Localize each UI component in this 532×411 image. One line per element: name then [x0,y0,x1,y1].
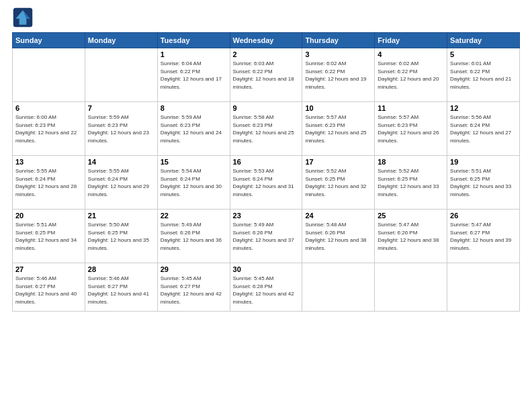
day-info: Sunrise: 5:45 AM Sunset: 6:27 PM Dayligh… [161,275,227,306]
day-cell: 22Sunrise: 5:49 AM Sunset: 6:26 PM Dayli… [157,210,230,263]
weekday-header-tuesday: Tuesday [157,33,230,48]
day-number: 5 [450,50,517,58]
day-info: Sunrise: 5:46 AM Sunset: 6:27 PM Dayligh… [15,275,82,306]
day-cell: 25Sunrise: 5:47 AM Sunset: 6:26 PM Dayli… [375,210,447,263]
day-number: 4 [378,50,444,58]
day-number: 22 [161,212,227,220]
day-cell: 17Sunrise: 5:52 AM Sunset: 6:25 PM Dayli… [302,156,375,210]
day-info: Sunrise: 5:51 AM Sunset: 6:25 PM Dayligh… [450,167,517,198]
day-info: Sunrise: 5:48 AM Sunset: 6:26 PM Dayligh… [305,221,371,252]
day-number: 12 [450,104,517,112]
day-number: 25 [378,212,444,220]
day-cell: 8Sunrise: 5:59 AM Sunset: 6:23 PM Daylig… [157,102,230,156]
weekday-header-row: SundayMondayTuesdayWednesdayThursdayFrid… [13,33,520,48]
day-number: 29 [161,265,227,273]
day-info: Sunrise: 5:52 AM Sunset: 6:25 PM Dayligh… [305,167,371,198]
page: SundayMondayTuesdayWednesdayThursdayFrid… [0,0,532,411]
day-number: 15 [161,158,227,166]
day-cell [13,48,85,102]
day-info: Sunrise: 5:51 AM Sunset: 6:25 PM Dayligh… [15,221,82,252]
weekday-header-friday: Friday [375,33,447,48]
day-cell: 7Sunrise: 5:59 AM Sunset: 6:23 PM Daylig… [85,102,157,156]
day-info: Sunrise: 5:55 AM Sunset: 6:24 PM Dayligh… [88,167,154,198]
day-number: 13 [15,158,82,166]
day-number: 3 [305,50,371,58]
day-number: 9 [233,104,300,112]
day-number: 26 [450,212,517,220]
day-number: 20 [15,212,82,220]
day-number: 7 [88,104,154,112]
weekday-header-monday: Monday [85,33,157,48]
calendar-table: SundayMondayTuesdayWednesdayThursdayFrid… [12,32,520,312]
day-cell: 19Sunrise: 5:51 AM Sunset: 6:25 PM Dayli… [447,156,520,210]
day-info: Sunrise: 5:57 AM Sunset: 6:23 PM Dayligh… [305,113,371,144]
day-number: 11 [378,104,444,112]
day-number: 6 [15,104,82,112]
weekday-header-thursday: Thursday [302,33,375,48]
day-cell: 13Sunrise: 5:55 AM Sunset: 6:24 PM Dayli… [13,156,85,210]
day-cell: 9Sunrise: 5:58 AM Sunset: 6:23 PM Daylig… [230,102,302,156]
day-cell [375,263,447,312]
day-cell: 2Sunrise: 6:03 AM Sunset: 6:22 PM Daylig… [230,48,302,102]
day-number: 17 [305,158,371,166]
day-number: 28 [88,265,154,273]
day-number: 2 [233,50,300,58]
day-info: Sunrise: 5:55 AM Sunset: 6:24 PM Dayligh… [15,167,82,198]
day-number: 19 [450,158,517,166]
logo-icon [12,7,34,28]
day-info: Sunrise: 6:03 AM Sunset: 6:22 PM Dayligh… [233,60,300,91]
day-cell: 10Sunrise: 5:57 AM Sunset: 6:23 PM Dayli… [302,102,375,156]
day-info: Sunrise: 6:01 AM Sunset: 6:22 PM Dayligh… [450,60,517,91]
day-cell: 1Sunrise: 6:04 AM Sunset: 6:22 PM Daylig… [157,48,230,102]
day-info: Sunrise: 5:54 AM Sunset: 6:24 PM Dayligh… [161,167,227,198]
day-info: Sunrise: 5:59 AM Sunset: 6:23 PM Dayligh… [161,113,227,144]
day-info: Sunrise: 5:59 AM Sunset: 6:23 PM Dayligh… [88,113,154,144]
day-cell: 11Sunrise: 5:57 AM Sunset: 6:23 PM Dayli… [375,102,447,156]
week-row-4: 20Sunrise: 5:51 AM Sunset: 6:25 PM Dayli… [13,210,520,263]
day-info: Sunrise: 5:49 AM Sunset: 6:26 PM Dayligh… [161,221,227,252]
day-number: 14 [88,158,154,166]
day-info: Sunrise: 5:56 AM Sunset: 6:24 PM Dayligh… [450,113,517,144]
day-cell: 23Sunrise: 5:49 AM Sunset: 6:26 PM Dayli… [230,210,302,263]
day-info: Sunrise: 5:46 AM Sunset: 6:27 PM Dayligh… [88,275,154,306]
week-row-2: 6Sunrise: 6:00 AM Sunset: 6:23 PM Daylig… [13,102,520,156]
day-cell: 6Sunrise: 6:00 AM Sunset: 6:23 PM Daylig… [13,102,85,156]
day-info: Sunrise: 5:53 AM Sunset: 6:24 PM Dayligh… [233,167,300,198]
day-number: 1 [161,50,227,58]
week-row-1: 1Sunrise: 6:04 AM Sunset: 6:22 PM Daylig… [13,48,520,102]
weekday-header-wednesday: Wednesday [230,33,302,48]
day-number: 16 [233,158,300,166]
day-cell: 14Sunrise: 5:55 AM Sunset: 6:24 PM Dayli… [85,156,157,210]
day-cell: 15Sunrise: 5:54 AM Sunset: 6:24 PM Dayli… [157,156,230,210]
day-cell: 3Sunrise: 6:02 AM Sunset: 6:22 PM Daylig… [302,48,375,102]
weekday-header-saturday: Saturday [447,33,520,48]
day-number: 23 [233,212,300,220]
day-number: 24 [305,212,371,220]
day-number: 10 [305,104,371,112]
day-cell: 4Sunrise: 6:02 AM Sunset: 6:22 PM Daylig… [375,48,447,102]
day-info: Sunrise: 5:50 AM Sunset: 6:25 PM Dayligh… [88,221,154,252]
day-cell: 24Sunrise: 5:48 AM Sunset: 6:26 PM Dayli… [302,210,375,263]
day-cell: 18Sunrise: 5:52 AM Sunset: 6:25 PM Dayli… [375,156,447,210]
day-info: Sunrise: 5:47 AM Sunset: 6:27 PM Dayligh… [450,221,517,252]
day-info: Sunrise: 5:52 AM Sunset: 6:25 PM Dayligh… [378,167,444,198]
day-info: Sunrise: 6:00 AM Sunset: 6:23 PM Dayligh… [15,113,82,144]
day-number: 18 [378,158,444,166]
week-row-3: 13Sunrise: 5:55 AM Sunset: 6:24 PM Dayli… [13,156,520,210]
day-cell: 5Sunrise: 6:01 AM Sunset: 6:22 PM Daylig… [447,48,520,102]
day-cell: 27Sunrise: 5:46 AM Sunset: 6:27 PM Dayli… [13,263,85,312]
day-cell: 26Sunrise: 5:47 AM Sunset: 6:27 PM Dayli… [447,210,520,263]
day-info: Sunrise: 6:04 AM Sunset: 6:22 PM Dayligh… [161,60,227,91]
week-row-5: 27Sunrise: 5:46 AM Sunset: 6:27 PM Dayli… [13,263,520,312]
day-cell: 30Sunrise: 5:45 AM Sunset: 6:28 PM Dayli… [230,263,302,312]
day-cell: 21Sunrise: 5:50 AM Sunset: 6:25 PM Dayli… [85,210,157,263]
day-info: Sunrise: 6:02 AM Sunset: 6:22 PM Dayligh… [378,60,444,91]
day-cell: 12Sunrise: 5:56 AM Sunset: 6:24 PM Dayli… [447,102,520,156]
day-info: Sunrise: 5:45 AM Sunset: 6:28 PM Dayligh… [233,275,300,306]
header [12,7,520,28]
day-number: 21 [88,212,154,220]
day-number: 27 [15,265,82,273]
day-info: Sunrise: 5:47 AM Sunset: 6:26 PM Dayligh… [378,221,444,252]
day-info: Sunrise: 6:02 AM Sunset: 6:22 PM Dayligh… [305,60,371,91]
weekday-header-sunday: Sunday [13,33,85,48]
